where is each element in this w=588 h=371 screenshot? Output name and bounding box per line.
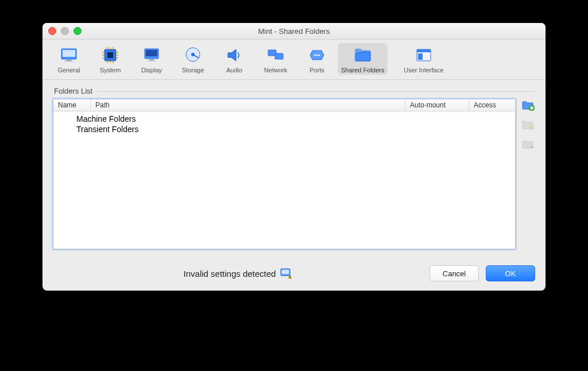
svg-rect-33 — [418, 53, 423, 60]
tab-label: Shared Folders — [341, 67, 384, 74]
folders-table[interactable]: Name Path Auto-mount Access Machine Fold… — [53, 99, 516, 249]
svg-point-29 — [319, 55, 320, 56]
tab-label: System — [100, 67, 121, 74]
svg-rect-20 — [149, 59, 154, 60]
folder-plus-icon — [522, 101, 535, 111]
tab-display[interactable]: Display — [131, 43, 172, 75]
tab-label: Audio — [226, 67, 242, 74]
zoom-window-button[interactable] — [74, 27, 82, 35]
folder-edit-icon — [522, 120, 535, 130]
column-auto[interactable]: Auto-mount — [405, 99, 469, 111]
tab-label: General — [57, 67, 80, 74]
table-header: Name Path Auto-mount Access — [53, 99, 515, 111]
folder-icon — [353, 45, 373, 65]
add-folder-button[interactable] — [521, 100, 535, 111]
group-label: Folders List — [54, 87, 97, 95]
column-name[interactable]: Name — [53, 99, 91, 111]
status-area: Invalid settings detected — [53, 268, 423, 279]
folder-remove-icon — [522, 140, 535, 150]
network-icon — [266, 45, 285, 65]
monitor-icon — [59, 45, 79, 65]
tab-ports[interactable]: Ports — [296, 43, 338, 75]
display-icon — [142, 45, 161, 65]
svg-point-27 — [314, 55, 316, 56]
disk-icon — [183, 45, 203, 65]
close-window-button[interactable] — [48, 27, 56, 35]
category-toolbar: General System — [42, 40, 546, 80]
svg-rect-40 — [282, 270, 289, 275]
tab-label: Storage — [182, 67, 204, 74]
tab-network[interactable]: Network — [255, 43, 296, 75]
tab-general[interactable]: General — [48, 43, 90, 75]
ports-icon — [307, 45, 327, 65]
table-row[interactable]: Machine Folders — [53, 114, 515, 124]
svg-rect-3 — [64, 61, 74, 62]
ok-button[interactable]: OK — [486, 265, 535, 281]
edit-folder-button — [521, 119, 535, 131]
user-interface-icon — [414, 45, 434, 65]
column-access[interactable]: Access — [469, 99, 515, 111]
svg-rect-30 — [355, 52, 370, 61]
dialog-footer: Invalid settings detected Cancel OK — [42, 257, 546, 291]
folder-actions — [521, 99, 535, 249]
tab-user-interface[interactable]: User Interface — [400, 43, 447, 75]
svg-point-28 — [316, 55, 318, 56]
table-body: Machine Folders Transient Folders — [53, 111, 515, 249]
minimize-window-button[interactable] — [61, 27, 69, 35]
group-divider — [97, 91, 535, 92]
svg-point-43 — [290, 277, 291, 279]
remove-folder-button — [521, 139, 535, 150]
svg-rect-25 — [275, 53, 283, 59]
window-controls — [48, 27, 82, 35]
tab-system[interactable]: System — [90, 43, 131, 75]
tab-storage[interactable]: Storage — [172, 43, 214, 75]
group-header: Folders List — [54, 87, 535, 95]
tab-label: Display — [141, 67, 162, 74]
svg-rect-2 — [66, 60, 72, 61]
panel-body: Folders List Name Path Auto-mount Access… — [42, 80, 546, 257]
warning-icon[interactable] — [280, 268, 292, 279]
tab-audio[interactable]: Audio — [214, 43, 255, 75]
status-text: Invalid settings detected — [184, 269, 276, 279]
table-row[interactable]: Transient Folders — [53, 124, 515, 134]
tab-shared-folders[interactable]: Shared Folders — [338, 43, 388, 75]
titlebar: Mint - Shared Folders — [42, 23, 546, 40]
tab-label: Ports — [310, 67, 324, 74]
svg-rect-32 — [417, 49, 431, 52]
svg-rect-5 — [107, 52, 113, 58]
svg-rect-19 — [146, 50, 157, 56]
chip-icon — [100, 45, 120, 65]
speaker-icon — [225, 45, 244, 65]
svg-rect-1 — [63, 50, 75, 57]
settings-window: Mint - Shared Folders General — [42, 23, 546, 291]
cancel-button[interactable]: Cancel — [430, 265, 479, 281]
column-path[interactable]: Path — [91, 99, 405, 111]
svg-point-37 — [529, 125, 534, 130]
window-title: Mint - Shared Folders — [42, 27, 546, 36]
svg-rect-21 — [148, 60, 156, 61]
tab-label: User Interface — [404, 67, 443, 74]
tab-label: Network — [264, 67, 287, 74]
